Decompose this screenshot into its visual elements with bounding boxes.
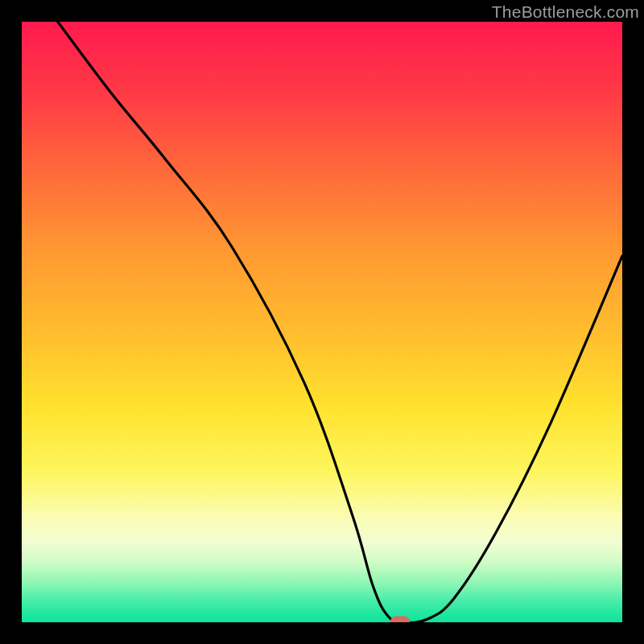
optimum-marker-pill: [390, 617, 410, 623]
plot-area: [22, 22, 622, 622]
chart-frame: TheBottleneck.com: [0, 0, 644, 644]
watermark-label: TheBottleneck.com: [492, 2, 639, 22]
heat-gradient-background: [22, 22, 622, 622]
